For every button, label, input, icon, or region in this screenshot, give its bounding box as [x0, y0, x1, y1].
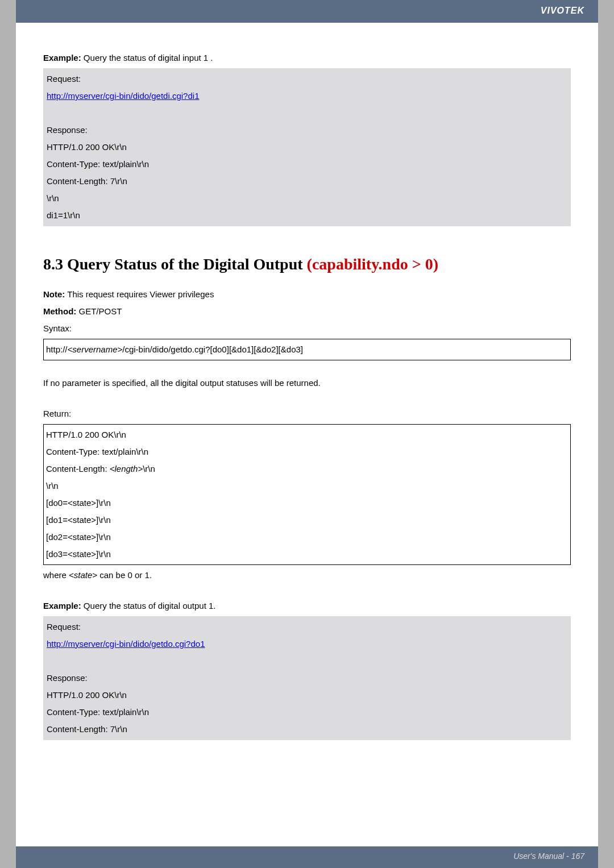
length-value: <length> — [110, 464, 143, 474]
response-label: Response: — [45, 122, 569, 139]
where-suffix: can be 0 or 1. — [97, 570, 152, 580]
syntax-content: http://<servername>/cgi-bin/dido/getdo.c… — [46, 341, 568, 358]
header-bar: VIVOTEK — [16, 0, 598, 23]
method-text: GET/POST — [76, 306, 122, 316]
section-heading: 8.3 Query Status of the Digital Output (… — [43, 252, 571, 277]
return-rn: \r\n — [46, 477, 568, 495]
section-red: (capability.ndo > 0) — [307, 255, 438, 273]
return-label: Return: — [43, 407, 571, 421]
example2-request-link[interactable]: http://myserver/cgi-bin/dido/getdo.cgi?d… — [47, 639, 205, 649]
return-do-line: [do2=<state>]\r\n — [46, 529, 568, 546]
page-content: Example: Query the status of digital inp… — [16, 23, 598, 757]
method-line: Method: GET/POST — [43, 305, 571, 318]
example1-request-link[interactable]: http://myserver/cgi-bin/dido/getdi.cgi?d… — [47, 91, 199, 101]
syntax-suffix: /cgi-bin/dido/getdo.cgi?[do0][&do1][&do2… — [122, 344, 303, 354]
example2-request-box: Request: http://myserver/cgi-bin/dido/ge… — [43, 616, 571, 740]
response-label: Response: — [45, 670, 569, 687]
length-suffix: \r\n — [143, 464, 155, 474]
where-prefix: where — [43, 570, 69, 580]
note-line: Note: This request requires Viewer privi… — [43, 288, 571, 301]
return-do-line: [do1=<state>]\r\n — [46, 512, 568, 529]
footer-text: User's Manual - 167 — [513, 852, 584, 861]
syntax-box: http://<servername>/cgi-bin/dido/getdo.c… — [43, 339, 571, 360]
response-line: Content-Length: 7\r\n — [45, 721, 569, 738]
note-text: This request requires Viewer privileges — [65, 289, 214, 299]
request-label: Request: — [45, 618, 569, 636]
section-number: 8.3 Query Status of the Digital Output — [43, 255, 307, 273]
spacer — [43, 585, 571, 599]
response-line: HTTP/1.0 200 OK\r\n — [45, 139, 569, 156]
where-state: <state> — [69, 570, 97, 580]
method-label: Method: — [43, 306, 76, 316]
return-line: Content-Type: text/plain\r\n — [46, 443, 568, 460]
return-do-line: [do0=<state>]\r\n — [46, 495, 568, 512]
response-line: HTTP/1.0 200 OK\r\n — [45, 687, 569, 704]
footer-bar: User's Manual - 167 — [16, 846, 598, 868]
page-container: VIVOTEK Example: Query the status of dig… — [16, 0, 598, 868]
example2-label: Example: — [43, 601, 81, 610]
note-label: Note: — [43, 289, 65, 299]
example2-text: Query the status of digital output 1. — [81, 601, 216, 610]
example1-title: Example: Query the status of digital inp… — [43, 51, 571, 65]
return-do-line: [do3=<state>]\r\n — [46, 546, 568, 563]
request-label: Request: — [45, 70, 569, 88]
where-line: where <state> can be 0 or 1. — [43, 568, 571, 582]
syntax-label: Syntax: — [43, 322, 571, 335]
response-line: di1=1\r\n — [45, 207, 569, 224]
spacer — [43, 390, 571, 404]
no-param-text: If no parameter is specified, all the di… — [43, 376, 571, 390]
example2-title: Example: Query the status of digital out… — [43, 599, 571, 613]
response-line: Content-Type: text/plain\r\n — [45, 704, 569, 721]
return-line: HTTP/1.0 200 OK\r\n — [46, 426, 568, 443]
syntax-prefix: http:// — [46, 344, 68, 354]
return-line-length: Content-Length: <length>\r\n — [46, 460, 568, 477]
return-box: HTTP/1.0 200 OK\r\n Content-Type: text/p… — [43, 424, 571, 565]
response-line: Content-Length: 7\r\n — [45, 173, 569, 190]
example1-label: Example: — [43, 53, 81, 63]
response-line: \r\n — [45, 190, 569, 207]
brand-logo: VIVOTEK — [541, 6, 584, 16]
response-line: Content-Type: text/plain\r\n — [45, 156, 569, 173]
length-prefix: Content-Length: — [46, 464, 110, 474]
syntax-servername: <servername> — [68, 344, 123, 354]
example1-request-box: Request: http://myserver/cgi-bin/dido/ge… — [43, 68, 571, 226]
example1-text: Query the status of digital input 1 . — [81, 53, 213, 63]
spacer — [43, 363, 571, 376]
